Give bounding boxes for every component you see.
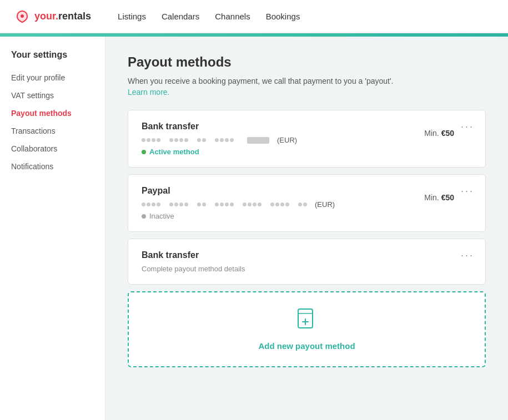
dot bbox=[174, 203, 178, 206]
dot bbox=[169, 203, 173, 206]
min-amount-paypal: Min. €50 bbox=[424, 193, 454, 202]
min-value-paypal: €50 bbox=[441, 193, 454, 202]
card-left-paypal: Paypal bbox=[142, 186, 335, 209]
dot bbox=[220, 138, 224, 142]
status-dot-active-bank1 bbox=[142, 150, 146, 154]
add-file-icon bbox=[296, 308, 318, 336]
status-label-bank1: Active method bbox=[149, 148, 199, 156]
sidebar-title: Your settings bbox=[0, 50, 105, 69]
sidebar-item-edit-profile[interactable]: Edit your profile bbox=[0, 69, 105, 87]
svg-point-0 bbox=[21, 14, 24, 18]
status-dot-inactive-paypal bbox=[142, 214, 146, 219]
add-new-payout-card[interactable]: Add new payout method bbox=[128, 291, 486, 367]
nav-bookings[interactable]: Bookings bbox=[266, 12, 300, 21]
card-info-bank1: (EUR) bbox=[142, 136, 297, 144]
sidebar-item-notifications[interactable]: Notifications bbox=[0, 158, 105, 175]
more-options-bank2[interactable]: ··· bbox=[461, 250, 474, 260]
dot bbox=[179, 138, 183, 142]
status-label-paypal: Inactive bbox=[149, 212, 174, 220]
nav-listings[interactable]: Listings bbox=[118, 12, 146, 21]
nav-calendars[interactable]: Calendars bbox=[162, 12, 199, 21]
dot bbox=[225, 203, 229, 206]
dot bbox=[142, 203, 145, 206]
dot bbox=[298, 203, 302, 206]
card-left: Bank transfer bbox=[142, 122, 297, 144]
card-title-bank2: Bank transfer bbox=[142, 250, 472, 260]
dot bbox=[258, 203, 261, 206]
add-new-label: Add new payout method bbox=[258, 341, 355, 351]
payout-card-bank2: Bank transfer Complete payout method det… bbox=[128, 239, 486, 285]
learn-more-link[interactable]: Learn more. bbox=[128, 88, 169, 97]
more-options-bank1[interactable]: ··· bbox=[461, 122, 474, 131]
dot bbox=[230, 138, 234, 142]
masked-digits-bank1 bbox=[142, 137, 269, 144]
dot bbox=[303, 203, 307, 206]
dot bbox=[230, 203, 234, 206]
sidebar-item-payout-methods[interactable]: Payout methods bbox=[0, 104, 105, 122]
dot bbox=[142, 138, 145, 142]
min-amount-bank1: Min. €50 bbox=[424, 129, 454, 138]
dot bbox=[197, 138, 201, 142]
dot bbox=[253, 203, 256, 206]
dot bbox=[157, 203, 160, 206]
card-info-paypal: (EUR) bbox=[142, 200, 335, 209]
dot bbox=[220, 203, 224, 206]
logo-icon bbox=[13, 8, 31, 26]
cards-container: Bank transfer bbox=[128, 110, 486, 367]
nav-channels[interactable]: Channels bbox=[215, 12, 250, 21]
incomplete-text-bank2: Complete payout method details bbox=[142, 265, 472, 273]
dot bbox=[248, 203, 252, 206]
main-content: Payout methods When you receive a bookin… bbox=[105, 37, 508, 420]
card-title-paypal: Paypal bbox=[142, 186, 335, 196]
dot bbox=[147, 203, 150, 206]
dot bbox=[215, 138, 219, 142]
dot bbox=[202, 203, 206, 206]
masked-digits-paypal bbox=[142, 203, 307, 206]
status-row-bank1: Active method bbox=[142, 148, 472, 156]
card-row-bank1: Bank transfer bbox=[142, 122, 472, 144]
dot bbox=[215, 203, 219, 206]
logo-text: your.rentals bbox=[34, 11, 91, 22]
payout-card-paypal: Paypal bbox=[128, 174, 486, 232]
dot bbox=[184, 138, 188, 142]
dot bbox=[270, 203, 274, 206]
card-title-bank1: Bank transfer bbox=[142, 122, 297, 131]
card-row-paypal: Paypal bbox=[142, 186, 472, 209]
payout-card-bank1: Bank transfer bbox=[128, 110, 486, 168]
sidebar-item-collaborators[interactable]: Collaborators bbox=[0, 140, 105, 158]
more-options-paypal[interactable]: ··· bbox=[461, 186, 474, 196]
dot bbox=[225, 138, 229, 142]
sidebar-item-transactions[interactable]: Transactions bbox=[0, 122, 105, 140]
sidebar: Your settings Edit your profile VAT sett… bbox=[0, 37, 105, 420]
status-row-paypal: Inactive bbox=[142, 212, 472, 220]
page-description: When you receive a booking payment, we c… bbox=[128, 77, 486, 85]
dot bbox=[169, 138, 173, 142]
top-nav: your.rentals Listings Calendars Channels… bbox=[0, 0, 508, 33]
dot bbox=[243, 203, 247, 206]
dot bbox=[197, 203, 201, 206]
sidebar-item-vat[interactable]: VAT settings bbox=[0, 87, 105, 104]
dot bbox=[179, 203, 183, 206]
dot bbox=[174, 138, 178, 142]
dot bbox=[157, 138, 160, 142]
dot bbox=[152, 138, 155, 142]
currency-label-bank1: (EUR) bbox=[277, 136, 297, 144]
dot bbox=[152, 203, 155, 206]
page-layout: Your settings Edit your profile VAT sett… bbox=[0, 37, 508, 420]
dot bbox=[275, 203, 279, 206]
logo: your.rentals bbox=[13, 8, 91, 26]
dot bbox=[184, 203, 188, 206]
page-title: Payout methods bbox=[128, 54, 486, 70]
dot bbox=[280, 203, 284, 206]
dot bbox=[285, 203, 289, 206]
min-value-bank1: €50 bbox=[441, 129, 454, 138]
nav-links: Listings Calendars Channels Bookings bbox=[118, 12, 300, 21]
dot bbox=[147, 138, 150, 142]
dot bbox=[202, 138, 206, 142]
currency-label-paypal: (EUR) bbox=[315, 200, 335, 209]
